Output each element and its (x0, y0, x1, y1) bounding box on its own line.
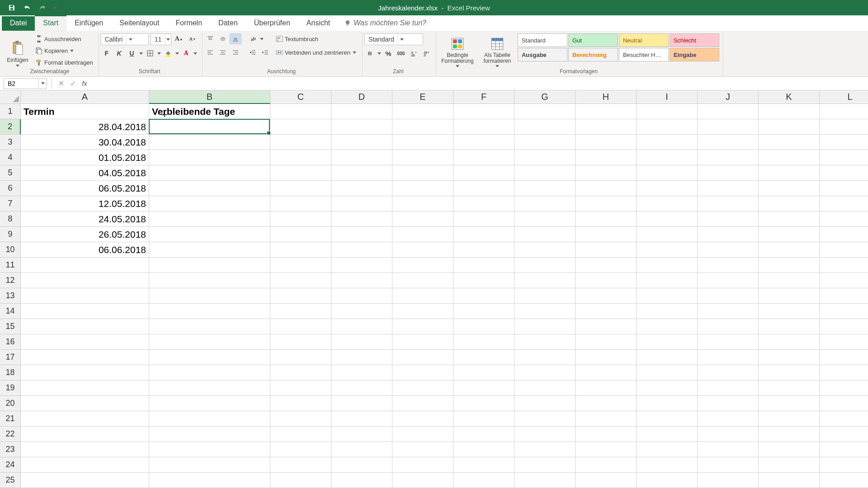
cell-L22[interactable] (820, 427, 868, 442)
cell-H22[interactable] (576, 427, 637, 442)
align-middle-button[interactable] (217, 33, 229, 44)
cell-K25[interactable] (759, 473, 820, 488)
underline-button[interactable]: U (126, 48, 138, 59)
redo-button[interactable] (36, 1, 49, 14)
cell-G3[interactable] (514, 135, 576, 150)
cell-J16[interactable] (698, 334, 759, 350)
column-header-G[interactable]: G (514, 90, 576, 104)
row-header-18[interactable]: 18 (0, 365, 21, 380)
cell-C1[interactable] (270, 104, 331, 119)
cell-L18[interactable] (820, 365, 868, 380)
row-header-13[interactable]: 13 (0, 288, 21, 304)
column-header-A[interactable]: A (21, 90, 149, 104)
cell-G23[interactable] (514, 442, 576, 457)
row-header-23[interactable]: 23 (0, 442, 21, 457)
cell-D14[interactable] (331, 304, 392, 319)
row-header-12[interactable]: 12 (0, 273, 21, 288)
cell-G7[interactable] (514, 196, 576, 211)
format-painter-button[interactable]: Format übertragen (33, 57, 95, 68)
row-header-3[interactable]: 3 (0, 135, 21, 150)
cell-H21[interactable] (576, 411, 637, 427)
tell-me[interactable]: Was möchten Sie tun? (338, 16, 433, 31)
cell-F4[interactable] (453, 150, 514, 165)
cell-K20[interactable] (759, 396, 820, 411)
cell-K9[interactable] (759, 227, 820, 242)
cell-C6[interactable] (270, 181, 331, 196)
cell-H17[interactable] (576, 350, 637, 365)
orientation-button[interactable]: ab (247, 33, 259, 44)
cell-G20[interactable] (514, 396, 576, 411)
bold-button[interactable]: F (101, 48, 113, 59)
column-header-B[interactable]: B (149, 90, 270, 104)
cell-A11[interactable] (21, 258, 149, 273)
column-header-L[interactable]: L (820, 90, 868, 104)
cell-A1[interactable]: Termin (21, 104, 149, 119)
cell-J18[interactable] (698, 365, 759, 380)
cell-I10[interactable] (637, 242, 698, 258)
name-box[interactable]: B2 (4, 78, 47, 89)
cell-I19[interactable] (637, 380, 698, 396)
cell-A13[interactable] (21, 288, 149, 304)
cell-J3[interactable] (698, 135, 759, 150)
cell-I16[interactable] (637, 334, 698, 350)
cell-G2[interactable] (514, 119, 576, 135)
cell-C14[interactable] (270, 304, 331, 319)
cell-K12[interactable] (759, 273, 820, 288)
cell-F25[interactable] (453, 473, 514, 488)
cell-G16[interactable] (514, 334, 576, 350)
row-header-25[interactable]: 25 (0, 473, 21, 488)
cell-L6[interactable] (820, 181, 868, 196)
cell-H19[interactable] (576, 380, 637, 396)
cell-K10[interactable] (759, 242, 820, 258)
cell-H16[interactable] (576, 334, 637, 350)
cell-K1[interactable] (759, 104, 820, 119)
row-header-20[interactable]: 20 (0, 396, 21, 411)
cell-B13[interactable] (149, 288, 270, 304)
cell-E12[interactable] (392, 273, 453, 288)
cell-B6[interactable] (149, 181, 270, 196)
cell-K21[interactable] (759, 411, 820, 427)
cell-J25[interactable] (698, 473, 759, 488)
column-header-E[interactable]: E (392, 90, 453, 104)
cell-K8[interactable] (759, 211, 820, 227)
cell-I11[interactable] (637, 258, 698, 273)
cell-E21[interactable] (392, 411, 453, 427)
cell-A19[interactable] (21, 380, 149, 396)
row-header-15[interactable]: 15 (0, 319, 21, 334)
cell-H5[interactable] (576, 165, 637, 181)
cell-I8[interactable] (637, 211, 698, 227)
cell-F15[interactable] (453, 319, 514, 334)
cell-A21[interactable] (21, 411, 149, 427)
cell-E24[interactable] (392, 457, 453, 473)
cell-B20[interactable] (149, 396, 270, 411)
cell-E23[interactable] (392, 442, 453, 457)
cell-L14[interactable] (820, 304, 868, 319)
cell-G13[interactable] (514, 288, 576, 304)
cell-E25[interactable] (392, 473, 453, 488)
cell-A3[interactable]: 30.04.2018 (21, 135, 149, 150)
cell-C8[interactable] (270, 211, 331, 227)
column-header-D[interactable]: D (331, 90, 392, 104)
cell-L21[interactable] (820, 411, 868, 427)
cell-J21[interactable] (698, 411, 759, 427)
cell-L24[interactable] (820, 457, 868, 473)
cell-A20[interactable] (21, 396, 149, 411)
cell-H25[interactable] (576, 473, 637, 488)
column-header-C[interactable]: C (270, 90, 331, 104)
cell-A14[interactable] (21, 304, 149, 319)
increase-indent-button[interactable] (259, 47, 271, 58)
cell-I20[interactable] (637, 396, 698, 411)
cell-C18[interactable] (270, 365, 331, 380)
cell-E19[interactable] (392, 380, 453, 396)
cell-B8[interactable] (149, 211, 270, 227)
cell-H1[interactable] (576, 104, 637, 119)
cell-F2[interactable] (453, 119, 514, 135)
cell-D13[interactable] (331, 288, 392, 304)
cell-J19[interactable] (698, 380, 759, 396)
cell-J11[interactable] (698, 258, 759, 273)
cell-B7[interactable] (149, 196, 270, 211)
cell-K16[interactable] (759, 334, 820, 350)
row-header-16[interactable]: 16 (0, 334, 21, 350)
tab-file[interactable]: Datei (2, 16, 35, 31)
cell-A10[interactable]: 06.06.2018 (21, 242, 149, 258)
